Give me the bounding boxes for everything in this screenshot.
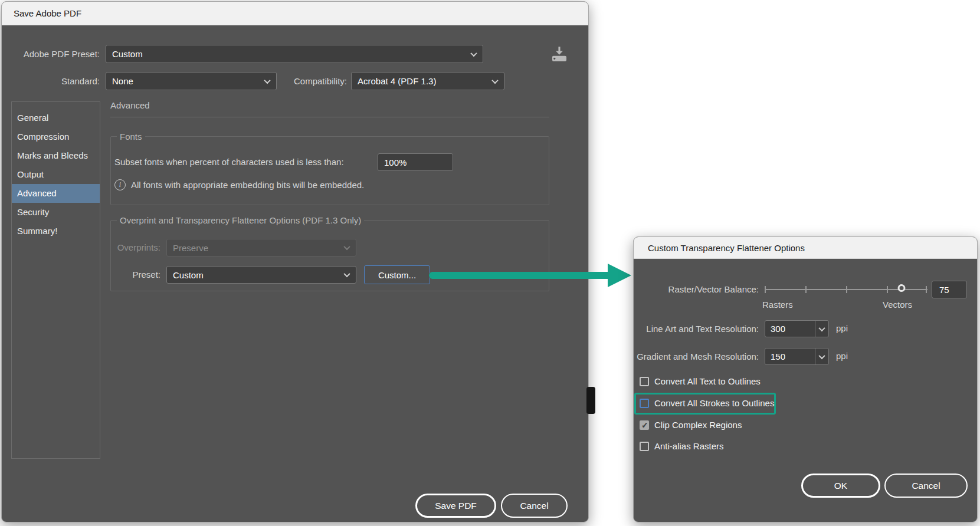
dialog-title: Custom Transparency Flattener Options: [648, 237, 805, 259]
chevron-down-icon: [343, 244, 350, 250]
checkbox-convert-strokes-to-outlines[interactable]: [640, 399, 649, 408]
overprints-label: Overprints:: [111, 239, 160, 257]
flattener-options-group: Overprint and Transparency Flattener Opt…: [110, 220, 549, 291]
checkbox-anti-alias-rasters[interactable]: [640, 442, 649, 451]
flattener-group-legend: Overprint and Transparency Flattener Opt…: [117, 215, 364, 226]
ok-button[interactable]: OK: [801, 474, 880, 498]
chevron-down-icon: [491, 77, 498, 83]
standard-select[interactable]: None: [106, 72, 277, 90]
chevron-down-icon: [343, 271, 350, 277]
fonts-group-legend: Fonts: [117, 131, 145, 143]
checkbox-label[interactable]: Anti-alias Rasters: [654, 441, 724, 451]
fonts-group: Fonts Subset fonts when percent of chara…: [110, 136, 549, 205]
subset-percent-value: 100%: [384, 157, 407, 167]
save-pdf-titlebar: Save Adobe PDF: [2, 2, 588, 25]
slider-tick: [805, 286, 807, 293]
line-art-resolution-label: Line Art and Text Resolution:: [634, 323, 759, 335]
rasters-label: Rasters: [762, 300, 793, 310]
flattener-titlebar: Custom Transparency Flattener Options: [634, 237, 977, 259]
gradient-unit: ppi: [836, 351, 848, 361]
flattener-preset-select[interactable]: Custom: [166, 266, 356, 284]
checkbox-convert-text-to-outlines[interactable]: [640, 377, 649, 386]
compatibility-label: Compatibility:: [255, 72, 347, 90]
slider-tick: [926, 286, 927, 293]
adobe-pdf-preset-label: Adobe PDF Preset:: [2, 45, 100, 63]
checkbox-clip-complex-regions[interactable]: [640, 420, 649, 430]
custom-flattener-button[interactable]: Custom...: [364, 265, 430, 284]
standard-label: Standard:: [2, 72, 100, 90]
raster-vector-balance-slider[interactable]: [765, 284, 927, 295]
sidebar-item-marks-and-bleeds[interactable]: Marks and Bleeds: [12, 146, 100, 165]
sidebar-item-summary[interactable]: Summary!: [12, 222, 100, 241]
gradient-resolution-combo[interactable]: 150: [765, 348, 829, 365]
annotation-arrow-shaft: [429, 272, 608, 279]
sidebar-item-output[interactable]: Output: [12, 165, 100, 184]
overprints-value: Preserve: [173, 239, 208, 256]
flattener-preset-label: Preset:: [111, 266, 160, 284]
window-edge-tab: [586, 387, 595, 414]
combo-dropdown-button[interactable]: [815, 349, 828, 364]
gradient-resolution-label: Gradient and Mesh Resolution:: [634, 351, 759, 363]
slider-tick: [846, 286, 847, 293]
settings-sidebar: General Compression Marks and Bleeds Out…: [11, 101, 100, 459]
sidebar-item-advanced[interactable]: Advanced: [12, 184, 100, 203]
info-icon: i: [114, 179, 126, 190]
save-adobe-pdf-dialog: Save Adobe PDF Adobe PDF Preset: Custom …: [1, 1, 589, 522]
dialog-title: Save Adobe PDF: [14, 2, 81, 25]
line-art-resolution-value: 300: [771, 321, 785, 337]
compatibility-select[interactable]: Acrobat 4 (PDF 1.3): [351, 72, 504, 90]
annotation-arrow-head: [608, 264, 631, 287]
standard-value: None: [112, 73, 133, 90]
adobe-pdf-preset-select[interactable]: Custom: [106, 45, 483, 63]
panel-heading: Advanced: [110, 100, 150, 110]
subset-percent-field[interactable]: 100%: [378, 153, 453, 171]
chevron-down-icon: [818, 324, 825, 331]
gradient-resolution-value: 150: [771, 349, 785, 364]
checkbox-label[interactable]: Convert All Text to Outlines: [654, 376, 761, 386]
overprints-select: Preserve: [166, 239, 356, 257]
raster-vector-balance-label: Raster/Vector Balance:: [634, 284, 759, 295]
line-art-unit: ppi: [836, 323, 848, 333]
chevron-down-icon: [470, 50, 477, 56]
flattener-options-dialog: Custom Transparency Flattener Options Ra…: [633, 236, 978, 522]
line-art-resolution-combo[interactable]: 300: [765, 320, 829, 337]
flattener-preset-value: Custom: [173, 267, 204, 283]
slider-tick: [765, 286, 766, 293]
sidebar-item-compression[interactable]: Compression: [12, 127, 100, 146]
fonts-info-text: All fonts with appropriate embedding bit…: [131, 177, 364, 193]
compatibility-value: Acrobat 4 (PDF 1.3): [358, 73, 436, 90]
save-pdf-button[interactable]: Save PDF: [415, 494, 496, 518]
sidebar-item-security[interactable]: Security: [12, 203, 100, 222]
panel-divider: [110, 117, 549, 117]
save-preset-icon[interactable]: [549, 44, 569, 64]
checkbox-label[interactable]: Convert All Strokes to Outlines: [654, 398, 774, 408]
slider-tick: [887, 286, 888, 293]
chevron-down-icon: [818, 352, 825, 359]
balance-value-field[interactable]: 75: [932, 281, 967, 298]
balance-value: 75: [939, 285, 949, 295]
checkbox-label[interactable]: Clip Complex Regions: [654, 420, 742, 430]
screenshot-canvas: Save Adobe PDF Adobe PDF Preset: Custom …: [0, 0, 980, 526]
cancel-button[interactable]: Cancel: [884, 474, 968, 498]
vectors-label: Vectors: [883, 300, 912, 310]
combo-dropdown-button[interactable]: [815, 321, 828, 337]
cancel-button[interactable]: Cancel: [501, 494, 568, 518]
slider-knob[interactable]: [897, 284, 905, 292]
adobe-pdf-preset-value: Custom: [112, 45, 143, 63]
subset-fonts-label: Subset fonts when percent of characters …: [114, 153, 344, 171]
sidebar-item-general[interactable]: General: [12, 109, 100, 127]
